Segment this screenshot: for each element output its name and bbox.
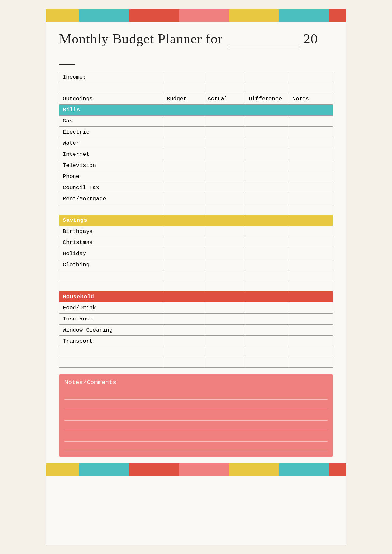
income-actual [204, 72, 245, 83]
savings-empty-row-1 [59, 270, 333, 281]
category-bills-row: Bills [59, 105, 333, 116]
row-insurance: Insurance [59, 314, 333, 325]
label-clothing: Clothing [59, 259, 163, 270]
notes-title: Notes/Comments [64, 379, 328, 386]
row-council-tax: Council Tax [59, 182, 333, 193]
label-gas: Gas [59, 116, 163, 127]
top-bar-seg-7 [329, 9, 346, 22]
top-bar-seg-2 [79, 9, 129, 22]
category-household-row: Household [59, 291, 333, 302]
category-household-label: Household [59, 291, 333, 302]
label-insurance: Insurance [59, 314, 163, 325]
notes-lines [64, 389, 328, 452]
top-bar-seg-4 [179, 9, 229, 22]
notes-section: Notes/Comments [59, 374, 333, 457]
bottom-bar-seg-4 [179, 463, 229, 476]
header-row: Outgoings Budget Actual Difference Notes [59, 93, 333, 105]
row-window-cleaning: Window Cleaning [59, 325, 333, 336]
title-prefix: Monthly Budget Planner for [59, 31, 223, 46]
bottom-bar-seg-7 [329, 463, 346, 476]
top-bar-seg-6 [279, 9, 329, 22]
col-difference: Difference [245, 93, 289, 105]
label-food-drink: Food/Drink [59, 302, 163, 314]
bottom-bar-seg-2 [79, 463, 129, 476]
row-transport: Transport [59, 336, 333, 347]
budget-table: Income: Outgoings Budget Actual Differen… [59, 72, 333, 368]
label-internet: Internet [59, 149, 163, 160]
row-internet: Internet [59, 149, 333, 160]
bottom-bar-seg-5 [229, 463, 279, 476]
notes-line-5 [64, 431, 328, 442]
label-water: Water [59, 138, 163, 149]
notes-line-4 [64, 421, 328, 431]
category-savings-label: Savings [59, 215, 333, 226]
col-outgoings: Outgoings [59, 93, 163, 105]
notes-line-1 [64, 389, 328, 400]
row-gas: Gas [59, 116, 333, 127]
top-bar-seg-5 [229, 9, 279, 22]
category-savings-row: Savings [59, 215, 333, 226]
title-area: Monthly Budget Planner for 20 [46, 22, 346, 72]
bottom-bar-seg-1 [46, 463, 79, 476]
household-empty-row-1 [59, 347, 333, 357]
row-phone: Phone [59, 171, 333, 182]
row-clothing: Clothing [59, 259, 333, 270]
bottom-color-bar [46, 463, 346, 476]
income-budget [163, 72, 204, 83]
bills-empty-row [59, 204, 333, 215]
row-christmas: Christmas [59, 237, 333, 248]
label-transport: Transport [59, 336, 163, 347]
notes-line-3 [64, 410, 328, 421]
page: Monthly Budget Planner for 20 Income: Ou… [46, 9, 346, 545]
title-underline [228, 31, 300, 47]
label-christmas: Christmas [59, 237, 163, 248]
label-window-cleaning: Window Cleaning [59, 325, 163, 336]
top-bar-seg-1 [46, 9, 79, 22]
title-year-prefix: 20 [303, 31, 318, 46]
budget-table-wrapper: Income: Outgoings Budget Actual Differen… [46, 72, 346, 368]
top-color-bar [46, 9, 346, 22]
row-water: Water [59, 138, 333, 149]
col-actual: Actual [204, 93, 245, 105]
label-holiday: Holiday [59, 248, 163, 259]
label-electric: Electric [59, 127, 163, 138]
row-electric: Electric [59, 127, 333, 138]
household-empty-row-2 [59, 357, 333, 368]
top-bar-seg-3 [129, 9, 179, 22]
income-difference [245, 72, 289, 83]
income-row: Income: [59, 72, 333, 83]
col-budget: Budget [163, 93, 204, 105]
row-food-drink: Food/Drink [59, 302, 333, 314]
label-rent-mortgage: Rent/Mortgage [59, 193, 163, 204]
category-bills-label: Bills [59, 105, 333, 116]
notes-line-6 [64, 442, 328, 452]
page-title: Monthly Budget Planner for 20 [59, 31, 333, 65]
label-television: Television [59, 160, 163, 171]
label-birthdays: Birthdays [59, 226, 163, 237]
income-label: Income: [59, 72, 163, 83]
title-year-blank [59, 49, 75, 65]
row-rent-mortgage: Rent/Mortgage [59, 193, 333, 204]
bottom-bar-seg-3 [129, 463, 179, 476]
notes-line-2 [64, 400, 328, 410]
label-council-tax: Council Tax [59, 182, 163, 193]
income-empty-row [59, 83, 333, 93]
row-holiday: Holiday [59, 248, 333, 259]
income-notes [289, 72, 333, 83]
bottom-bar-seg-6 [279, 463, 329, 476]
col-notes: Notes [289, 93, 333, 105]
row-television: Television [59, 160, 333, 171]
label-phone: Phone [59, 171, 163, 182]
savings-empty-row-2 [59, 281, 333, 291]
row-birthdays: Birthdays [59, 226, 333, 237]
